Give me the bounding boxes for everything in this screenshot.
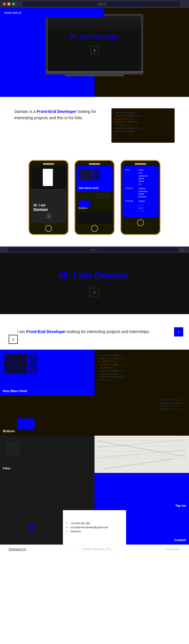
fullsite-scroll-btn[interactable]: ∨ [9, 335, 18, 344]
contact-city-row: A Katowice [66, 530, 123, 533]
laptop-wrapper: Hi. I am Damian. ∨ [0, 8, 189, 76]
phone2-blue-section: New Wave Hotel [76, 166, 113, 192]
fullsite-hero-chevron[interactable]: ∨ [90, 288, 99, 297]
contact-logo: T [0, 510, 63, 545]
phone-home-btn-2 [91, 225, 98, 232]
phone3-language-label: language [125, 200, 137, 203]
phone-screen-2: New Wave Hotel _thatthis.fo_cdame_ _that… [76, 166, 113, 223]
filter-label: Filter [3, 467, 11, 470]
browser-bookmark-icon[interactable]: □ [184, 248, 186, 251]
grid-item-tapme[interactable]: Tap me [95, 473, 189, 510]
browser-dot-red[interactable] [3, 3, 6, 5]
about-text: Damian is a Front-End Developer looking … [14, 108, 103, 121]
phone-mockup-1: Hi. I am Damian ∨ [28, 160, 69, 235]
laptop-hero-title: Hi. I am Damian. [70, 33, 119, 40]
phones-section: Hi. I am Damian ∨ New Wave Hotel _ [0, 154, 189, 246]
fullsite-portfolio: New Wave Hotel _thatthis.fo_cdame_( 1, _… [0, 350, 189, 436]
phone-home-btn-3 [137, 219, 144, 226]
browser-dot-green[interactable] [12, 3, 15, 5]
portfolio-item-buttons[interactable]: _thatthis.fo_cdame_( 1, _thatthis.attach… [0, 396, 189, 436]
grid-item-empty [0, 473, 95, 510]
browser-bottom-url-bar[interactable]: nieb.yt [8, 248, 179, 252]
fullsite-footer: Download CV All Rights Reserved 2016 Des… [0, 545, 189, 554]
phone-screen-3: skills HTML CSS JavaScript jQuery JSON U… [122, 166, 159, 218]
phone-home-btn-1 [45, 225, 52, 232]
contact-label: Contact [174, 538, 186, 542]
browser-nav-icons: ‹ › [3, 248, 6, 251]
grid-item-filter[interactable]: Filter [0, 436, 95, 473]
map-lines [95, 436, 189, 472]
phone1-hi-text: Hi. I am [33, 203, 46, 207]
browser-share-icon[interactable]: ⬆ [181, 248, 183, 251]
footer-designed-by: Designed by [166, 548, 180, 551]
browser-url-text: nieb.yt [97, 3, 105, 6]
fullsite-hero-title: Hi. I am Damian. [59, 270, 130, 281]
portfolio-grid: New Wave Hotel _thatthis.fo_cdame_( 1, _… [0, 350, 189, 396]
phone3-skills-label: skills [125, 169, 137, 186]
phone-screen-1: Hi. I am Damian ∨ [30, 166, 67, 223]
phone-mockup-2: New Wave Hotel _thatthis.fo_cdame_ _that… [74, 160, 115, 235]
phone2-dark-section: _thatthis.fo_cdame_ _thatthis.attach $( … [76, 192, 113, 212]
buttons-label: Buttons [3, 429, 15, 433]
contact-info: T +48 669 081 880 M szczepaniak.damian@g… [63, 510, 126, 545]
contact-phone-row: T +48 669 081 880 [66, 522, 123, 525]
phone3-skills-row: skills HTML CSS JavaScript jQuery JSON U… [125, 169, 156, 186]
phone-notch-2 [89, 163, 100, 165]
phone3-language-values: english [138, 200, 156, 203]
grid-item-map [95, 436, 189, 473]
contact-logo-char: T [28, 520, 35, 534]
newwave-label: New Wave Hotel [3, 389, 27, 393]
phone1-top [30, 166, 67, 189]
fullsite-section: Hi. I am Damian. ∨ ‹ I am Front-End Deve… [0, 253, 189, 554]
fullsite-contact: T T +48 669 081 880 M szczepaniak.damian… [0, 510, 189, 545]
phone-mockup-3: skills HTML CSS JavaScript jQuery JSON U… [120, 160, 161, 235]
phone1-text-area: Hi. I am Damian ∨ [30, 189, 67, 223]
nav-back-icon[interactable]: ‹ [3, 248, 4, 251]
phone-notch-1 [43, 163, 54, 165]
code-image-lines: _thatthis.fo_cdame_( 1, _thatthis.attach… [111, 108, 175, 136]
browser-right-icons: ⬆ □ [181, 248, 186, 251]
laptop-screen: Hi. I am Damian. ∨ [46, 14, 143, 71]
phone3-close-btn[interactable]: ✕ [138, 205, 143, 211]
fullsite-nav-left-arrow[interactable]: ‹ [174, 327, 183, 336]
about-section: Damian is a Front-End Developer looking … [0, 97, 189, 154]
phone1-chevron: ∨ [46, 213, 51, 219]
phone2-buttons-label: Buttons [79, 207, 88, 210]
browser-wrapper: nieb.yt www.nieb.yt _thatthis.fo_cdame_(… [0, 0, 189, 253]
browser-top-bar: nieb.yt [0, 0, 189, 8]
phone1-name-text: Damian [33, 207, 48, 212]
phone3-software-row: software sublime photoshop adobe illustr… [125, 187, 156, 198]
fullsite-bottom-grid: Filter [0, 436, 189, 510]
portfolio-item-code: _thatthis.fo_cdame_( 1, _thatthis.attach… [95, 350, 189, 396]
tapme-label: Tap me [175, 504, 186, 507]
contact-right: Contact [126, 510, 189, 545]
about-code-image: _thatthis.fo_cdame_( 1, _thatthis.attach… [111, 108, 175, 143]
hero-laptop-section: www.nieb.yt _thatthis.fo_cdame_( 1, _tha… [0, 8, 189, 97]
browser-bottom-url-text: nieb.yt [90, 248, 97, 251]
phone1-white-box [43, 169, 53, 186]
contact-email-row: M szczepaniak.damian@gmail.com [66, 526, 123, 529]
browser-dot-yellow[interactable] [7, 3, 10, 5]
site-url-label: www.nieb.yt [0, 8, 104, 17]
laptop-stand [65, 75, 124, 76]
phone3-software-label: software [125, 187, 137, 198]
phone2-newwave-label: New Wave Hotel [79, 187, 99, 189]
phone-notch-3 [135, 163, 146, 165]
fullsite-about-text: I am Front-End Developer looking for int… [17, 328, 172, 335]
fullsite-hero: Hi. I am Damian. ∨ [0, 253, 189, 314]
portfolio-item-newwave[interactable]: New Wave Hotel [0, 350, 95, 396]
phone3-language-row: language english [125, 200, 156, 203]
fullsite-about: ‹ I am Front-End Developer looking for i… [0, 314, 189, 350]
nav-forward-icon[interactable]: › [5, 248, 6, 251]
screen-shine [48, 16, 141, 33]
footer-copyright: All Rights Reserved 2016 [82, 548, 111, 551]
phone3-software-values: sublime photoshop adobe illustrator [138, 187, 156, 198]
phone3-skills-values: HTML CSS JavaScript jQuery JSON UX [138, 169, 156, 186]
laptop-chevron[interactable]: ∨ [90, 46, 99, 54]
laptop-mockup: Hi. I am Damian. ∨ [46, 14, 143, 76]
browser-bottom-bar: ‹ › nieb.yt ⬆ □ [0, 246, 189, 253]
laptop-base [46, 71, 143, 75]
browser-url-bar: nieb.yt [22, 1, 180, 7]
footer-download-cv[interactable]: Download CV [9, 548, 26, 551]
